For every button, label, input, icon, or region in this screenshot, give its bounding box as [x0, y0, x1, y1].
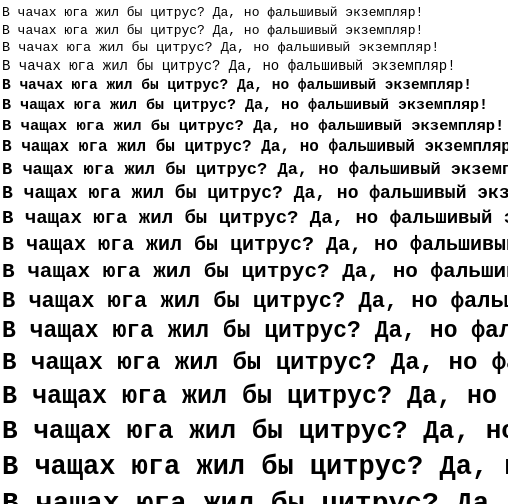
text-line: В чащах юга жил бы цитрус? Да, но фал	[2, 414, 508, 449]
text-line: В чащах юга жил бы цитрус? Да, но фальши…	[2, 231, 508, 258]
text-line: В чащах юга жил бы цитрус? Да, но фальши…	[2, 116, 508, 137]
text-line: В чачах юга жил бы цитрус? Да, но фальши…	[2, 76, 508, 96]
text-line: В чачах юга жил бы цитрус? Да, но фальши…	[2, 4, 508, 22]
text-line: В чащах юга жил бы цитрус? Да, но фальши…	[2, 347, 508, 379]
text-line: В чащах юга жил бы цитрус? Да, но фа	[2, 449, 508, 485]
text-line: В чащах юга жил бы цитрус? Да, но фальши…	[2, 137, 508, 159]
text-line: В чачах юга жил бы цитрус? Да, но фальши…	[2, 57, 508, 76]
text-line: В чащах юга жил бы цитрус? Да, но фальши…	[2, 206, 508, 232]
text-line: В чащах юга жил бы цитрус? Да, но	[2, 485, 508, 504]
text-line: В чачах юга жил бы цитрус? Да, но фальши…	[2, 22, 508, 40]
text-line: В чащах юга жил бы цитрус? Да, но фальш	[2, 380, 508, 414]
text-line: В чащах юга жил бы цитрус? Да, но фальши…	[2, 287, 508, 317]
text-line: В чащах юга жил бы цитрус? Да, но фальши…	[2, 258, 508, 286]
text-container: В чачах юга жил бы цитрус? Да, но фальши…	[0, 0, 510, 504]
text-line: В чащах юга жил бы цитрус? Да, но фальши…	[2, 159, 508, 182]
text-line: В чащах юга жил бы цитрус? Да, но фальши…	[2, 316, 508, 347]
text-line: В чащах юга жил бы цитрус? Да, но фальши…	[2, 181, 508, 205]
text-line: В чащах юга жил бы цитрус? Да, но фальши…	[2, 96, 508, 116]
text-line: В чачах юга жил бы цитрус? Да, но фальши…	[2, 39, 508, 57]
